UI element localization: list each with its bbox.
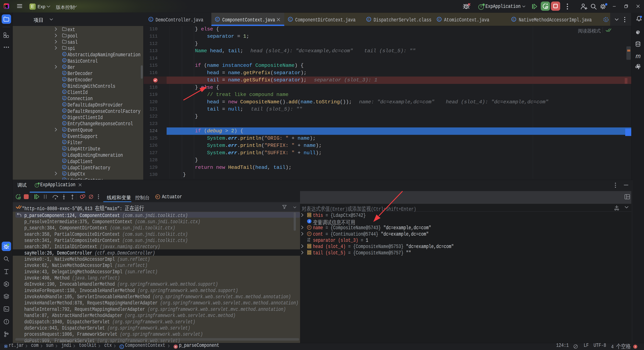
svg-text:C: C [64,103,65,106]
svg-text:C: C [64,134,65,137]
svg-text:C: C [64,72,65,74]
svg-text:IJ: IJ [5,5,6,7]
svg-text:C: C [216,18,218,21]
svg-text:C: C [64,84,65,87]
svg-text:C: C [289,18,291,21]
svg-text:C: C [64,172,65,175]
svg-text:C: C [64,97,65,100]
svg-text:P: P [308,232,310,235]
svg-text:C: C [64,116,65,118]
svg-text:C: C [64,166,65,169]
svg-text:C: C [64,53,65,56]
svg-text:C: C [150,18,152,21]
svg-text:C: C [64,153,65,156]
svg-text:i: i [309,220,310,223]
svg-text:C: C [438,18,440,21]
svg-text:C: C [64,78,65,81]
svg-text:m: m [175,346,176,349]
svg-text:C: C [513,18,515,21]
svg-text:C: C [64,59,65,62]
svg-text:C: C [64,65,65,68]
svg-text:C: C [121,345,122,348]
svg-text:C: C [368,18,370,21]
svg-text:C: C [64,141,65,143]
svg-text:!: ! [635,345,636,349]
svg-text:P: P [308,226,310,229]
svg-text:C: C [64,109,65,112]
svg-text:C: C [64,128,65,131]
svg-text:C: C [64,159,65,162]
svg-text:C: C [64,147,65,150]
svg-text:C: C [64,122,65,125]
svg-text:C: C [605,18,607,21]
svg-text:C: C [64,90,65,93]
